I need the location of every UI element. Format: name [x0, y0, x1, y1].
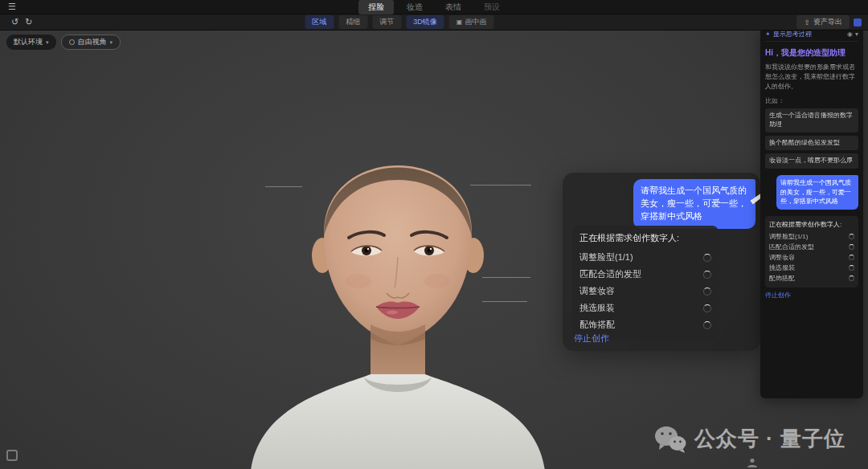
loading-spinner-icon	[849, 275, 854, 281]
tab-face-sculpt[interactable]: 捏脸	[358, 0, 394, 14]
task-row: 挑选服装	[769, 263, 854, 273]
assistant-greeting: Hi，我是您的造型助理	[765, 47, 858, 59]
task-label: 配饰搭配	[769, 274, 795, 283]
loading-spinner-icon	[849, 234, 854, 239]
task-label: 匹配合适的发型	[579, 268, 641, 280]
task-row: 调整妆容	[579, 283, 711, 300]
loading-spinner-icon	[849, 265, 854, 271]
history-controls: ↺ ↻	[11, 18, 32, 27]
environment-selector[interactable]: 默认环境▾	[6, 35, 56, 50]
tool-adjust-button[interactable]: 调节	[372, 15, 401, 29]
chat-magnifier-overlay: 请帮我生成一个国风气质的美女，瘦一些，可爱一些，穿搭新中式风格 正在根据需求创作…	[563, 173, 760, 351]
task-row: 匹配合适的发型	[769, 242, 854, 252]
task-row: 配饰搭配	[769, 273, 854, 283]
tab-makeup[interactable]: 妆造	[397, 0, 432, 14]
examples-label: 比如：	[765, 96, 858, 105]
task-row: 匹配合适的发型	[579, 266, 711, 283]
viewport-selectors: 默认环境▾ 自由视角▾	[6, 35, 121, 50]
loading-spinner-icon	[703, 304, 711, 312]
chevron-down-icon: ▾	[46, 39, 49, 46]
watermark-text: 公众号 · 量子位	[694, 425, 845, 453]
task-row: 调整妆容	[769, 252, 854, 263]
creation-progress-panel: 正在根据需求创作数字人: 调整脸型(1/1) 匹配合适的发型 调整妆容 挑选服装…	[572, 226, 719, 340]
assistant-intro: 和我说说你想要的形象需求或者想怎么改变，我来帮您进行数字人的创作。	[765, 63, 858, 92]
tab-presets[interactable]: 预设	[474, 0, 510, 14]
digital-human-model	[249, 98, 547, 469]
task-label: 挑选服装	[579, 302, 615, 314]
watermark: 公众号 · 量子位	[654, 425, 845, 453]
loading-spinner-icon	[849, 255, 854, 260]
loading-spinner-icon	[703, 254, 711, 262]
camera-view-selector[interactable]: 自由视角▾	[61, 35, 121, 50]
suggestion-chip[interactable]: 换个酷酷的绿色短发发型	[765, 136, 858, 151]
suggestion-chip[interactable]: 生成一个适合语音播报的数字助理	[765, 108, 858, 133]
guide-line	[482, 277, 530, 278]
export-icon: ⇧	[804, 18, 810, 27]
collapse-icon[interactable]: ▾	[855, 31, 858, 38]
task-row: 调整脸型(1/1)	[769, 231, 854, 242]
ai-assistant-panel: ✦ 显示思考过程 ◉ ▾ Hi，我是您的造型助理 和我说说你想要的形象需求或者想…	[760, 27, 863, 398]
top-bar: ☰ 捏脸 妆造 表情 预设	[0, 0, 868, 14]
stop-creation-button[interactable]: 停止创作	[765, 291, 858, 300]
camera-icon	[69, 39, 75, 45]
task-row: 挑选服装	[579, 300, 711, 316]
menu-icon[interactable]: ☰	[8, 2, 16, 11]
suggestion-chip[interactable]: 妆容淡一点，嘴唇不要那么厚	[765, 153, 858, 169]
task-row: 配饰搭配	[579, 316, 711, 333]
loading-spinner-icon	[703, 271, 711, 279]
export-label: 资产导出	[813, 17, 842, 27]
camera-view-label: 自由视角	[78, 37, 107, 47]
task-label: 挑选服装	[769, 263, 795, 272]
environment-label: 默认环境	[14, 37, 43, 47]
task-label: 配饰搭配	[579, 319, 615, 331]
task-label: 调整妆容	[579, 285, 615, 297]
wechat-icon	[654, 426, 686, 453]
guide-line	[482, 301, 527, 302]
loading-spinner-icon	[849, 244, 854, 250]
avatar-toggle-icon[interactable]	[746, 458, 759, 467]
progress-title: 正在根据需求创作数字人:	[579, 232, 711, 244]
eye-icon[interactable]: ◉	[847, 31, 853, 38]
task-label: 匹配合适的发型	[769, 243, 814, 251]
asset-export-button[interactable]: ⇧资产导出	[796, 15, 850, 29]
tab-expression[interactable]: 表情	[436, 0, 471, 14]
task-label: 调整脸型(1/1)	[769, 232, 808, 241]
fullscreen-icon[interactable]	[6, 450, 18, 461]
tool-fine-button[interactable]: 精细	[338, 15, 367, 29]
mode-tabs: 捏脸 妆造 表情 预设	[358, 0, 510, 14]
3d-viewport[interactable]: 默认环境▾ 自由视角▾	[0, 31, 868, 469]
guide-line	[265, 186, 302, 187]
task-label: 调整妆容	[769, 253, 795, 262]
sparkle-icon: ✦	[765, 31, 771, 38]
tool-pip-label: 画中画	[465, 17, 486, 27]
loading-spinner-icon	[703, 288, 711, 296]
tool-pip-button[interactable]: ▣画中画	[449, 15, 494, 29]
panel-toggle-icon[interactable]	[854, 18, 862, 27]
loading-spinner-icon	[703, 321, 711, 329]
user-message-bubble: 请帮我生成一个国风气质的美女，瘦一些，可爱一些，穿搭新中式风格	[633, 179, 755, 229]
edit-toolbar: ↺ ↻ 区域 精细 调节 3D镜像 ▣画中画 ⇧资产导出	[0, 14, 868, 31]
progress-title: 正在根据需求创作数字人:	[769, 220, 854, 229]
tool-3d-mirror-button[interactable]: 3D镜像	[406, 15, 444, 29]
task-row: 调整脸型(1/1)	[579, 249, 711, 266]
chevron-down-icon: ▾	[110, 39, 113, 46]
redo-icon[interactable]: ↻	[25, 18, 32, 27]
stop-creation-button[interactable]: 停止创作	[574, 332, 609, 345]
creation-progress-panel: 正在根据需求创作数字人: 调整脸型(1/1) 匹配合适的发型 调整妆容 挑选服装…	[765, 216, 858, 288]
tool-region-button[interactable]: 区域	[305, 15, 334, 29]
sculpt-tools: 区域 精细 调节 3D镜像 ▣画中画	[305, 15, 493, 29]
undo-icon[interactable]: ↺	[11, 18, 18, 27]
task-label: 调整脸型(1/1)	[579, 251, 633, 263]
guide-line	[470, 185, 531, 186]
app-window: ☰ 捏脸 妆造 表情 预设 ↺ ↻ 区域 精细 调节 3D镜像 ▣画中画 ⇧资产…	[0, 0, 868, 469]
thinking-process-toggle[interactable]: 显示思考过程	[773, 30, 845, 39]
user-message-bubble: 请帮我生成一个国风气质的美女，瘦一些，可爱一些，穿搭新中式风格	[776, 175, 858, 210]
toolbar-right-group: ⇧资产导出	[796, 15, 862, 29]
pip-icon: ▣	[457, 18, 463, 26]
